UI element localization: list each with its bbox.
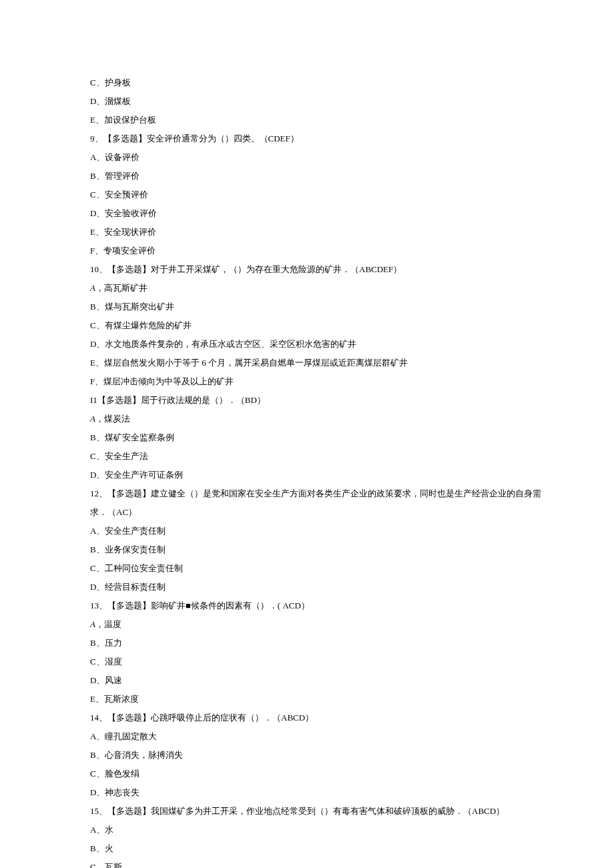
text-line: 15、【多选题】我国煤矿多为井工开采，作业地点经常受到（）有毒有害气体和破碎顶板… [90,802,524,821]
option-letter: A [90,619,95,629]
text-line: C、瓦斯 [90,858,524,868]
text-line: A，温度 [90,615,524,634]
text-line: D、安全验收评价 [90,204,524,223]
option-text: ，煤炭法 [95,414,130,424]
text-line: C、工种同位安全责任制 [90,559,524,578]
text-line: D、经营目标责任制 [90,578,524,596]
text-line: E、加设保护台板 [90,111,524,129]
option-letter: A [90,283,95,293]
document-page: C、护身板D、溜煤板E、加设保护台板9、【多选题】安全评价通常分为（）四类。（C… [0,0,614,868]
text-line: B、火 [90,839,524,858]
text-line: A，煤炭法 [90,410,524,428]
text-line: I1【多选题】屈于行政法规的是（）．（BD） [90,391,524,410]
text-line: 9、【多选题】安全评价通常分为（）四类。（CDEF） [90,129,524,148]
text-line: C、脸色发绢 [90,765,524,783]
text-line: C、有煤尘爆炸危险的矿井 [90,316,524,335]
text-line: E、煤层自然发火期小于等于 6 个月，属开采易自燃单一厚煤层或近距离煤层群矿井 [90,354,524,372]
text-line: B、压力 [90,634,524,653]
text-line: A、安全生产责任制 [90,522,524,540]
text-line: D、神志丧失 [90,783,524,802]
text-line: A、水 [90,821,524,839]
text-line: E、安全现状评价 [90,223,524,242]
text-line: C、安全预评价 [90,185,524,204]
text-line: B、煤矿安全监察条例 [90,428,524,447]
text-line: C、护身板 [90,73,524,92]
text-line: D、风速 [90,671,524,690]
text-line: B、心音消失，脉搏消失 [90,746,524,765]
text-line: D、水文地质条件复杂的，有承压水或古空区、采空区积水危害的矿井 [90,335,524,354]
text-line: A，高瓦斯矿井 [90,279,524,298]
option-text: ，温度 [95,619,121,629]
text-line: 10、【多选题】对于井工开采煤矿，（）为存在重大危险源的矿井．（ABCDEF） [90,260,524,279]
text-line: A、瞳孔固定散大 [90,727,524,746]
text-line: B、管理评价 [90,167,524,185]
text-line: C、湿度 [90,653,524,671]
text-line: D、安全生产许可证条例 [90,466,524,484]
text-line: D、溜煤板 [90,92,524,111]
option-text: ，高瓦斯矿井 [95,283,147,293]
text-line: 14、【多选题】心跳呼吸停止后的症状有（）．（ABCD） [90,709,524,727]
text-line: 13、【多选题】影响矿井■候条件的因素有（）．( ACD） [90,596,524,615]
text-line: 12、【多选题】建立健全（）是党和国家在安全生产方面对各类生产企业的政策要求，同… [90,484,524,503]
text-line: 求．（AC） [90,503,524,522]
text-line: B、煤与瓦斯突出矿井 [90,298,524,316]
text-line: C、安全生产法 [90,447,524,466]
option-letter: A [90,414,95,424]
text-line: A、设备评价 [90,148,524,167]
text-line: F、专项安全评价 [90,242,524,260]
text-line: F、煤层冲击倾向为中等及以上的矿井 [90,372,524,391]
text-line: E、瓦斯浓度 [90,690,524,709]
text-line: B、业务保安责任制 [90,540,524,559]
